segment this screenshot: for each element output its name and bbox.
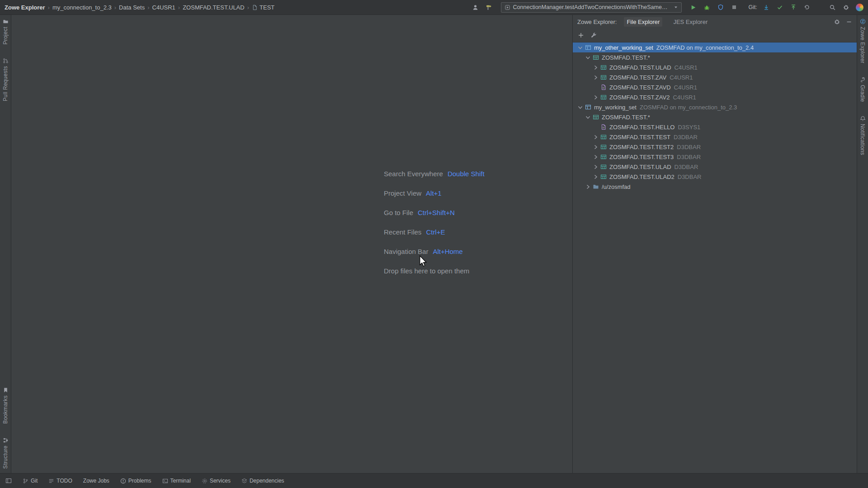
tool-stripe-item-pull-requests[interactable]: Pull Requests bbox=[2, 58, 9, 101]
problems-icon bbox=[120, 478, 126, 484]
statusbar-item-terminal[interactable]: Terminal bbox=[162, 478, 191, 484]
tree-row-zosmfad-test-zav[interactable]: ZOSMFAD.TEST.ZAVC4USR1 bbox=[573, 72, 857, 82]
statusbar-item-label: Git bbox=[31, 478, 38, 484]
dataset-icon bbox=[599, 94, 608, 100]
breadcrumb-item-c4usr1[interactable]: C4USR1 bbox=[152, 4, 175, 11]
tree-collapse-chevron-icon[interactable] bbox=[584, 52, 592, 62]
tree-expand-chevron-icon[interactable] bbox=[592, 172, 599, 182]
statusbar-item-services[interactable]: Services bbox=[202, 478, 231, 484]
tree-row-zosmfad-test-ulad[interactable]: ZOSMFAD.TEST.ULADC4USR1 bbox=[573, 62, 857, 72]
tool-stripe-item-structure[interactable]: Structure bbox=[2, 437, 9, 469]
services-icon bbox=[202, 478, 208, 484]
structure-icon bbox=[3, 437, 9, 443]
shortcut-keys: Ctrl+E bbox=[426, 228, 445, 236]
tree-node-secondary: C4USR1 bbox=[675, 64, 698, 71]
shortcut-keys: Alt+1 bbox=[426, 189, 442, 197]
tool-stripe-item-bookmarks[interactable]: Bookmarks bbox=[2, 387, 9, 424]
tree-expand-chevron-icon[interactable] bbox=[592, 132, 599, 142]
add-connection-icon[interactable] bbox=[578, 32, 584, 38]
tree-collapse-chevron-icon[interactable] bbox=[576, 42, 584, 52]
statusbar-item-problems[interactable]: Problems bbox=[120, 478, 151, 484]
tree-row-zosmfad-test-zavd[interactable]: ZOSMFAD.TEST.ZAVDC4USR1 bbox=[573, 82, 857, 92]
tool-stripe-label: Structure bbox=[2, 446, 9, 469]
breadcrumb-item-zowe-explorer[interactable]: Zowe Explorer bbox=[5, 4, 45, 11]
tree-expand-chevron-icon[interactable] bbox=[592, 62, 599, 72]
tree-row-zosmfad-test-ulad2[interactable]: ZOSMFAD.TEST.ULAD2D3DBAR bbox=[573, 172, 857, 182]
tree-expand-chevron-icon[interactable] bbox=[584, 182, 592, 192]
tree-node-secondary: D3DBAR bbox=[678, 174, 702, 180]
tree-collapse-chevron-icon[interactable] bbox=[576, 102, 584, 112]
debug-button[interactable] bbox=[702, 2, 712, 13]
tree-row-zosmfad-test-test[interactable]: ZOSMFAD.TEST.TESTD3DBAR bbox=[573, 132, 857, 142]
tool-window-tabs: File ExplorerJES Explorer bbox=[624, 17, 710, 27]
dataset-mask-icon bbox=[592, 54, 600, 61]
git-commit-icon[interactable] bbox=[774, 2, 785, 13]
tree-expand-chevron-icon[interactable] bbox=[592, 92, 599, 102]
statusbar-item-todo[interactable]: TODO bbox=[48, 478, 72, 484]
tree-row-zosmfad-test[interactable]: ZOSMFAD.TEST.* bbox=[573, 112, 857, 122]
statusbar-item-dependencies[interactable]: Dependencies bbox=[241, 478, 284, 484]
shortcut-keys: Double Shift bbox=[448, 170, 485, 178]
tab-file-explorer[interactable]: File Explorer bbox=[624, 17, 662, 27]
git-push-icon[interactable] bbox=[788, 2, 799, 13]
run-configuration-select[interactable]: ConnectionManager.testAddTwoConnectionsW… bbox=[501, 2, 682, 13]
tool-stripe-item-notifications[interactable]: Notifications bbox=[859, 116, 866, 155]
tool-stripe-item-gradle[interactable]: Gradle bbox=[859, 77, 866, 102]
todo-list-icon bbox=[48, 478, 54, 484]
tool-stripe-label: Gradle bbox=[859, 85, 866, 102]
left-stripe-top: ProjectPull Requests bbox=[2, 19, 9, 101]
tool-window-switcher-icon[interactable] bbox=[5, 478, 12, 484]
hide-panel-icon[interactable] bbox=[846, 19, 852, 25]
search-everywhere-icon[interactable] bbox=[827, 2, 838, 13]
history-icon[interactable] bbox=[802, 2, 812, 13]
tab-jes-explorer[interactable]: JES Explorer bbox=[670, 17, 710, 27]
edit-wrench-icon[interactable] bbox=[590, 32, 597, 38]
breadcrumb-item-label: Zowe Explorer bbox=[5, 4, 45, 11]
tree-row-zosmfad-test-ulad[interactable]: ZOSMFAD.TEST.ULADD3DBAR bbox=[573, 162, 857, 172]
breadcrumb-item-my-connection-to-2-3[interactable]: my_connection_to_2.3 bbox=[52, 4, 112, 11]
statusbar-item-git[interactable]: Git bbox=[23, 478, 38, 484]
tree-row-my-working-set[interactable]: my_working_setZOSMFAD on my_connection_t… bbox=[573, 102, 857, 112]
tool-stripe-item-project[interactable]: Project bbox=[2, 19, 9, 44]
gradle-icon bbox=[860, 77, 866, 83]
coverage-button[interactable] bbox=[715, 2, 726, 13]
file-icon bbox=[252, 5, 258, 10]
tree-row-zosmfad-test-zav2[interactable]: ZOSMFAD.TEST.ZAV2C4USR1 bbox=[573, 92, 857, 102]
tree-row-my-other-working-set[interactable]: my_other_working_setZOSMFAD on my_connec… bbox=[573, 42, 857, 52]
breadcrumb-item-test[interactable]: TEST bbox=[252, 4, 274, 11]
tree-collapse-chevron-icon[interactable] bbox=[584, 112, 592, 122]
tree-row-zosmfad-test-test3[interactable]: ZOSMFAD.TEST.TEST3D3DBAR bbox=[573, 152, 857, 162]
tree-row-zosmfad-test-hello[interactable]: ZOSMFAD.TEST.HELLOD3SYS1 bbox=[573, 122, 857, 132]
tree-expand-chevron-icon[interactable] bbox=[592, 72, 599, 82]
settings-gear-icon[interactable] bbox=[840, 2, 851, 13]
tree-expand-chevron-icon[interactable] bbox=[592, 152, 599, 162]
statusbar-item-zowe-jobs[interactable]: Zowe Jobs bbox=[83, 478, 109, 484]
breadcrumb-item-label: my_connection_to_2.3 bbox=[52, 4, 112, 11]
pull-requests-icon bbox=[3, 58, 9, 64]
toolbar-actions: ConnectionManager.testAddTwoConnectionsW… bbox=[470, 2, 863, 13]
git-update-icon[interactable] bbox=[761, 2, 772, 13]
tree-row-zosmfad-test-test2[interactable]: ZOSMFAD.TEST.TEST2D3DBAR bbox=[573, 142, 857, 152]
tree-row-u-zosmfad[interactable]: /u/zosmfad bbox=[573, 182, 857, 192]
tree-expand-chevron-icon[interactable] bbox=[592, 142, 599, 152]
left-stripe-bottom: BookmarksStructure bbox=[2, 387, 9, 469]
breadcrumb-item-data-sets[interactable]: Data Sets bbox=[119, 4, 145, 11]
user-icon[interactable] bbox=[470, 2, 481, 13]
sequential-dataset-icon bbox=[599, 84, 608, 90]
sequential-dataset-icon bbox=[599, 124, 608, 130]
stop-button[interactable] bbox=[729, 2, 740, 13]
build-hammer-icon[interactable] bbox=[484, 2, 495, 13]
tree-row-zosmfad-test[interactable]: ZOSMFAD.TEST.* bbox=[573, 52, 857, 62]
tool-window-toolbar bbox=[573, 28, 857, 42]
tree-expand-chevron-icon[interactable] bbox=[592, 162, 599, 172]
shortcut-keys: Alt+Home bbox=[433, 248, 462, 255]
profile-avatar[interactable] bbox=[856, 4, 863, 11]
run-button[interactable] bbox=[688, 2, 699, 13]
breadcrumb-item-zosmfad-test-ulad[interactable]: ZOSMFAD.TEST.ULAD bbox=[183, 4, 245, 11]
tool-stripe-item-zowe-explorer[interactable]: Zowe Explorer bbox=[859, 19, 866, 63]
tree-node-label: ZOSMFAD.TEST.ULAD bbox=[609, 64, 671, 71]
tree-node-label: ZOSMFAD.TEST.ZAV bbox=[609, 74, 666, 81]
tree-indent-spacer bbox=[592, 82, 599, 92]
panel-settings-gear-icon[interactable] bbox=[834, 19, 840, 25]
dataset-mask-icon bbox=[592, 114, 600, 120]
